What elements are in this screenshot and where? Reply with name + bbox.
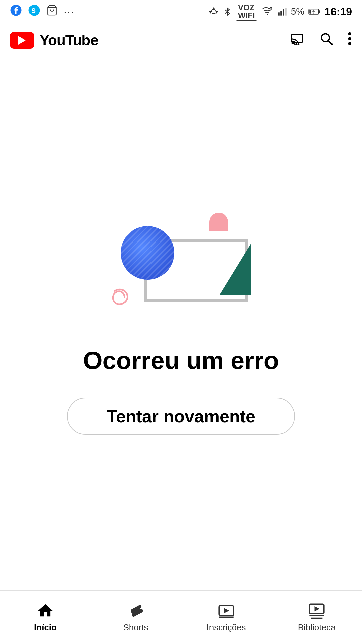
battery-icon: [308, 7, 320, 16]
svg-rect-11: [309, 10, 311, 14]
blue-circle-decoration: [121, 226, 174, 280]
nav-item-library[interactable]: Biblioteca: [272, 602, 362, 633]
battery-percent: 5%: [291, 6, 304, 17]
nav-label-library: Biblioteca: [298, 622, 336, 633]
nav-label-shorts: Shorts: [123, 622, 148, 633]
app-bar: YouTube: [0, 23, 362, 57]
error-title: Ocorreu um erro: [83, 347, 279, 374]
facebook-icon: [10, 4, 22, 19]
subscriptions-icon: [218, 602, 235, 620]
skype-icon: S: [28, 4, 40, 19]
bluetooth-icon: [223, 6, 232, 17]
svg-text:S: S: [31, 7, 36, 14]
status-bar: S ··· VOZWIFI: [0, 0, 362, 23]
voz-wifi-badge: VOZWIFI: [236, 3, 257, 21]
youtube-text: YouTube: [40, 32, 98, 49]
nav-label-subscriptions: Inscrições: [206, 622, 246, 633]
search-icon[interactable]: [319, 31, 334, 49]
svg-rect-8: [285, 8, 287, 15]
bottom-nav: Início Shorts Inscrições Biblioteca: [0, 590, 362, 644]
nav-item-shorts[interactable]: Shorts: [90, 602, 181, 633]
youtube-play-icon: [10, 32, 34, 49]
bag-icon: [46, 5, 58, 19]
svg-point-17: [348, 42, 351, 45]
svg-rect-10: [319, 10, 320, 13]
more-icon: ···: [64, 6, 75, 18]
status-left-icons: S ···: [10, 4, 75, 19]
youtube-logo: YouTube: [10, 32, 98, 49]
main-content: Ocorreu um erro Tentar novamente: [0, 57, 362, 590]
library-icon: [308, 602, 325, 620]
svg-rect-7: [283, 9, 284, 16]
home-icon: [37, 602, 54, 620]
network-icon: [208, 6, 219, 17]
svg-point-16: [348, 37, 351, 40]
svg-marker-22: [315, 606, 320, 611]
nav-item-subscriptions[interactable]: Inscrições: [181, 602, 272, 633]
pink-halfcircle-decoration: [209, 213, 228, 231]
more-options-icon[interactable]: [347, 31, 352, 49]
green-triangle-decoration: [220, 243, 251, 295]
pink-swirl-decoration: [107, 285, 132, 310]
error-illustration: [101, 213, 261, 313]
time-display: 16:19: [324, 6, 352, 18]
svg-line-14: [328, 41, 332, 44]
cast-icon[interactable]: [291, 32, 306, 48]
nav-item-home[interactable]: Início: [0, 602, 90, 633]
svg-point-4: [267, 14, 268, 15]
retry-button[interactable]: Tentar novamente: [67, 398, 295, 435]
wifi-icon: [261, 6, 274, 17]
app-bar-actions: [291, 31, 352, 49]
status-right-icons: VOZWIFI 5% 16:19: [208, 3, 352, 21]
signal-icon: [278, 7, 287, 17]
svg-point-15: [348, 32, 351, 35]
svg-marker-19: [224, 608, 229, 613]
svg-rect-6: [280, 11, 282, 16]
nav-label-home: Início: [34, 622, 57, 633]
svg-rect-5: [278, 12, 280, 15]
shorts-icon: [127, 602, 144, 620]
retry-button-label: Tentar novamente: [107, 406, 255, 426]
